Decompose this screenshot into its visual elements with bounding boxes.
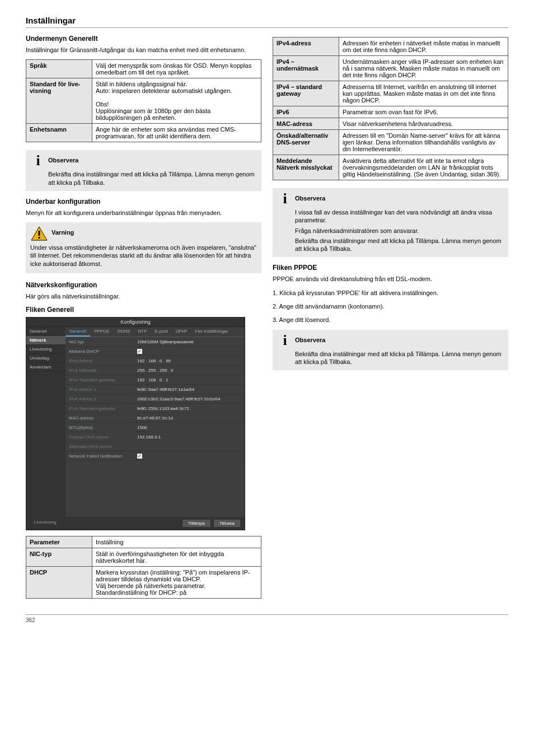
tab[interactable]: UPnP <box>172 327 191 337</box>
netconf-paragraph: Här görs alla nätverksinställningar. <box>26 292 261 300</box>
ss-field-value[interactable]: 192 . 168 . 0 . 89 <box>134 357 245 365</box>
pppoe-paragraph: PPPOE används vid direktanslutning från … <box>273 275 508 283</box>
ss-form-row: MTU(Bytes)1500 <box>65 423 245 432</box>
table-row: ParameterInställning <box>26 536 261 548</box>
ss-field-value[interactable]: ✓ <box>134 348 245 355</box>
pppoe-step: 3. Ange ditt lösenord. <box>273 316 508 324</box>
ss-field-value[interactable]: 1500 <box>134 424 245 431</box>
back-button[interactable]: Tillbaka <box>214 520 240 527</box>
tab[interactable]: Generell <box>65 327 90 337</box>
table-row: NIC-typStäll in överföringshastigheten f… <box>26 548 261 567</box>
ss-field-value[interactable]: 255 . 255 . 255 . 0 <box>134 367 245 374</box>
ss-field-value[interactable]: 2002:c3b2:31aa:0:9aa7:48ff:fe27:1b1b/64 <box>134 395 245 403</box>
sidebar-item[interactable]: Nätverk <box>26 336 65 345</box>
sidebar-item[interactable]: Livevisning <box>26 345 65 354</box>
note-box: i Observera Bekräfta dina inställningar … <box>273 330 508 371</box>
page-header: Inställningar <box>26 16 508 28</box>
embedded-screenshot: Konfigurering Generell Nätverk Livevisni… <box>26 317 245 530</box>
ss-form-row: Aktivera DHCP✓ <box>65 347 245 356</box>
ss-footer: Livevisning Tillämpa Tillbaka <box>26 517 245 530</box>
ss-window-title: Konfigurering <box>26 318 245 327</box>
ss-field-value[interactable]: fe80::250c:1183:aa4:3c73 <box>134 405 245 412</box>
ss-form-row: IPv6 Standard-gatewayfe80::250c:1183:aa4… <box>65 404 245 413</box>
ss-form-row: IPv6 Adress 22002:c3b2:31aa:0:9aa7:48ff:… <box>65 394 245 404</box>
ss-field-label: Önskad DNS-server <box>65 433 134 441</box>
ss-field-value[interactable] <box>134 445 245 447</box>
tab[interactable]: NTP <box>134 327 151 337</box>
tab[interactable]: DDNS <box>114 327 134 337</box>
ss-field-label: Alternativ DNS-server <box>65 443 134 450</box>
ss-footer-left: Livevisning <box>31 520 57 527</box>
table-row: Meddelande Nätverk misslyckatAvaktivera … <box>273 155 508 180</box>
left-def-table: SpråkVälj det menyspråk som önskas för O… <box>26 59 261 142</box>
ss-form-row: NIC-typ10M/100M Självanpassande <box>65 337 245 347</box>
table-row: EnhetsnamnAnge här de enheter som ska an… <box>26 124 261 142</box>
table-row: DHCPMarkera kryssrutan (inställning: "På… <box>26 567 261 599</box>
subhead-underbar: Underbar konfiguration <box>26 198 261 206</box>
sidebar-item[interactable]: Generell <box>26 327 65 336</box>
ss-form: NIC-typ10M/100M SjälvanpassandeAktivera … <box>65 337 245 461</box>
ss-field-label: IPv4 Standard-gateway <box>65 376 134 384</box>
ss-field-label: IPv4 Nätmask <box>65 367 134 374</box>
table-row: IPv4 – standard gatewayAdresserna till I… <box>273 81 508 106</box>
tab[interactable]: Fler inställningar <box>191 327 232 337</box>
ss-field-value[interactable]: 8c:e7:48:87:1b:1d <box>134 414 245 422</box>
apply-button[interactable]: Tillämpa <box>182 520 210 527</box>
subhead-pppoe: Fliken PPPOE <box>273 264 508 272</box>
tab[interactable]: PPPOE <box>90 327 114 337</box>
subhead-intro: Undermenyn Generellt <box>26 35 261 43</box>
sidebar-item[interactable]: Användare <box>26 363 65 372</box>
note-body: Bekräfta dina inställningar med att klic… <box>48 170 257 186</box>
note-title: Observera <box>48 157 78 164</box>
note-body: Bekräfta dina inställningar med att klic… <box>295 350 504 366</box>
ss-field-value[interactable]: ✓ <box>134 452 245 460</box>
note-line: Bekräfta dina inställningar med att klic… <box>295 237 504 253</box>
info-icon: i <box>277 333 293 348</box>
ss-field-label: NIC-typ <box>65 338 134 346</box>
subhead-gentab: Fliken Generell <box>26 306 261 314</box>
pppoe-step: 2. Ange ditt användarnamn (kontonamn). <box>273 302 508 310</box>
page-footer: 362 <box>26 614 508 623</box>
info-icon: i <box>277 192 293 206</box>
note-line: Fråga nätverksadministratören som ansvar… <box>295 227 504 235</box>
note-line: I vissa fall av dessa inställningar kan … <box>295 208 504 225</box>
ss-field-label: Network Failed Notification <box>65 452 134 460</box>
subhead-netconf: Nätverkskonfiguration <box>26 281 261 289</box>
warning-icon <box>30 226 48 241</box>
svg-rect-1 <box>39 231 40 236</box>
table-row: IPv6Parametrar som ovan fast för IPv6. <box>273 106 508 118</box>
note-title: Observera <box>295 195 325 202</box>
checkbox-icon[interactable]: ✓ <box>137 349 142 354</box>
ss-field-label: Aktivera DHCP <box>65 348 134 355</box>
table-row: Önskad/alternativ DNS-serverAdressen til… <box>273 130 508 155</box>
ss-field-value[interactable]: 192.168.0.1 <box>134 433 245 441</box>
note-box: i Observera Bekräfta dina inställningar … <box>26 150 261 191</box>
ss-form-row: Network Failed Notification✓ <box>65 451 245 461</box>
bottom-def-table: ParameterInställning NIC-typStäll in öve… <box>26 536 261 599</box>
checkbox-icon[interactable]: ✓ <box>137 454 142 459</box>
ss-field-label: IPv6 Adress 2 <box>65 395 134 403</box>
tab[interactable]: E-post <box>151 327 172 337</box>
warning-title: Varning <box>51 229 74 236</box>
ss-form-row: IPv4 Standard-gateway192 . 168 . 0 . 1 <box>65 375 245 385</box>
table-row: MAC-adressVisar nätverksenhetens hårdvar… <box>273 118 508 130</box>
table-row: SpråkVälj det menyspråk som önskas för O… <box>26 60 261 78</box>
underbar-paragraph: Menyn för att konfigurera underbarinstäl… <box>26 209 261 217</box>
warning-box: Varning Under vissa omständigheter är nä… <box>26 222 261 273</box>
ss-form-row: IPv4 Nätmask255 . 255 . 255 . 0 <box>65 366 245 375</box>
ss-field-label: IPv6 Standard-gateway <box>65 405 134 412</box>
page-title: Inställningar <box>26 16 508 25</box>
right-column: IPv4-adressAdressen för enheten i nätver… <box>273 35 508 377</box>
intro-paragraph: Inställningar för Gränssnitt-/utgångar d… <box>26 46 261 54</box>
ss-form-row: IPv6 Adress 1fe80::9aa7:48ff:fe27:1a1a/6… <box>65 385 245 394</box>
sidebar-item[interactable]: Undantag <box>26 354 65 363</box>
ss-field-value[interactable]: 192 . 168 . 0 . 1 <box>134 376 245 384</box>
ss-field-value[interactable]: 10M/100M Självanpassande <box>134 338 245 346</box>
ss-field-label: IPv6 Adress 1 <box>65 386 134 393</box>
ss-field-label: MAC-adress <box>65 414 134 422</box>
ss-field-value[interactable]: fe80::9aa7:48ff:fe27:1a1a/64 <box>134 386 245 393</box>
page-number: 362 <box>26 617 35 623</box>
ss-form-row: Önskad DNS-server192.168.0.1 <box>65 432 245 442</box>
warning-body: Under vissa omständigheter är nätverkska… <box>30 244 257 268</box>
table-row: Standard för live-visningStäll in bilden… <box>26 78 261 124</box>
